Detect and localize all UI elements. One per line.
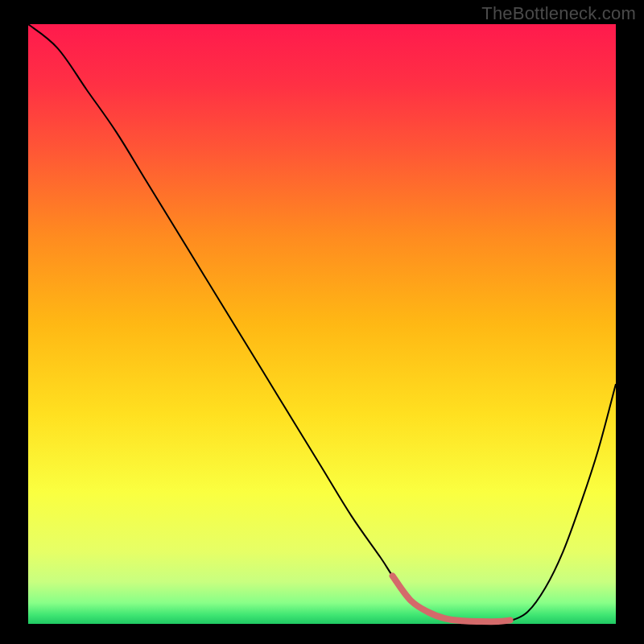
bottleneck-chart <box>0 0 644 644</box>
plot-background <box>28 24 616 624</box>
chart-frame: TheBottleneck.com <box>0 0 644 644</box>
